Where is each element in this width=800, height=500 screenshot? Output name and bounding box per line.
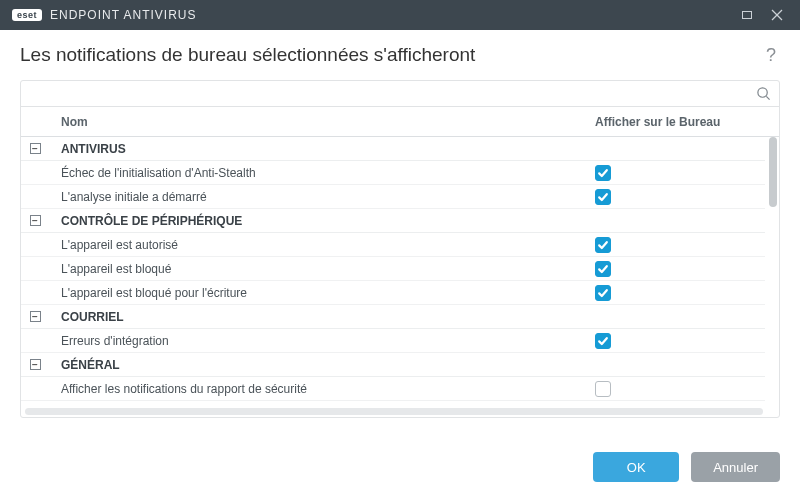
help-button[interactable]: ? bbox=[762, 45, 780, 66]
collapse-toggle[interactable]: − bbox=[21, 359, 49, 370]
footer: OK Annuler bbox=[0, 418, 800, 500]
app-window: eset ENDPOINT ANTIVIRUS Les notification… bbox=[0, 0, 800, 500]
group-header[interactable]: −ANTIVIRUS bbox=[21, 137, 765, 161]
svg-rect-0 bbox=[743, 12, 752, 19]
minus-icon: − bbox=[30, 215, 41, 226]
collapse-toggle[interactable]: − bbox=[21, 311, 49, 322]
column-show[interactable]: Afficher sur le Bureau bbox=[595, 115, 765, 129]
page-title: Les notifications de bureau sélectionnée… bbox=[20, 44, 762, 66]
show-on-desktop-checkbox[interactable] bbox=[595, 285, 611, 301]
brand-badge: eset bbox=[12, 9, 42, 21]
table-row: Afficher les notifications du rapport de… bbox=[21, 377, 765, 401]
item-label: Échec de l'initialisation d'Anti-Stealth bbox=[49, 166, 595, 180]
svg-line-4 bbox=[766, 96, 769, 99]
show-on-desktop-checkbox[interactable] bbox=[595, 261, 611, 277]
item-label: L'analyse initiale a démarré bbox=[49, 190, 595, 204]
item-label: L'appareil est bloqué bbox=[49, 262, 595, 276]
svg-point-3 bbox=[758, 88, 767, 97]
show-on-desktop-checkbox[interactable] bbox=[595, 333, 611, 349]
show-on-desktop-checkbox[interactable] bbox=[595, 189, 611, 205]
column-name[interactable]: Nom bbox=[49, 115, 595, 129]
table-row: L'appareil est bloqué bbox=[21, 257, 765, 281]
collapse-toggle[interactable]: − bbox=[21, 143, 49, 154]
vertical-scrollbar[interactable] bbox=[769, 137, 777, 407]
table-body: −ANTIVIRUSÉchec de l'initialisation d'An… bbox=[21, 137, 779, 417]
column-header: Nom Afficher sur le Bureau bbox=[21, 107, 779, 137]
header: Les notifications de bureau sélectionnée… bbox=[0, 30, 800, 76]
titlebar: eset ENDPOINT ANTIVIRUS bbox=[0, 0, 800, 30]
close-icon bbox=[771, 9, 783, 21]
group-label: COURRIEL bbox=[49, 310, 595, 324]
ok-button[interactable]: OK bbox=[593, 452, 679, 482]
minus-icon: − bbox=[30, 143, 41, 154]
show-on-desktop-checkbox[interactable] bbox=[595, 165, 611, 181]
item-label: L'appareil est autorisé bbox=[49, 238, 595, 252]
show-on-desktop-checkbox[interactable] bbox=[595, 237, 611, 253]
product-title: ENDPOINT ANTIVIRUS bbox=[50, 8, 196, 22]
group-header[interactable]: −GÉNÉRAL bbox=[21, 353, 765, 377]
table-row: Erreurs d'intégration bbox=[21, 329, 765, 353]
table-row: L'appareil est autorisé bbox=[21, 233, 765, 257]
group-label: ANTIVIRUS bbox=[49, 142, 595, 156]
show-on-desktop-checkbox[interactable] bbox=[595, 381, 611, 397]
notifications-panel: Nom Afficher sur le Bureau −ANTIVIRUSÉch… bbox=[20, 80, 780, 418]
search-icon[interactable] bbox=[756, 86, 771, 101]
item-label: Afficher les notifications du rapport de… bbox=[49, 382, 595, 396]
table-row: L'appareil est bloqué pour l'écriture bbox=[21, 281, 765, 305]
table-row: Échec de l'initialisation d'Anti-Stealth bbox=[21, 161, 765, 185]
cancel-button[interactable]: Annuler bbox=[691, 452, 780, 482]
item-label: Erreurs d'intégration bbox=[49, 334, 595, 348]
search-input[interactable] bbox=[29, 82, 756, 106]
item-label: L'appareil est bloqué pour l'écriture bbox=[49, 286, 595, 300]
table-row: L'analyse initiale a démarré bbox=[21, 185, 765, 209]
collapse-toggle[interactable]: − bbox=[21, 215, 49, 226]
minus-icon: − bbox=[30, 359, 41, 370]
minimize-button[interactable] bbox=[732, 0, 762, 30]
group-header[interactable]: −COURRIEL bbox=[21, 305, 765, 329]
close-button[interactable] bbox=[762, 0, 792, 30]
group-label: CONTRÔLE DE PÉRIPHÉRIQUE bbox=[49, 214, 595, 228]
scroll-thumb[interactable] bbox=[769, 137, 777, 207]
group-label: GÉNÉRAL bbox=[49, 358, 595, 372]
horizontal-scrollbar[interactable] bbox=[25, 408, 763, 415]
search-bar bbox=[21, 81, 779, 107]
group-header[interactable]: −CONTRÔLE DE PÉRIPHÉRIQUE bbox=[21, 209, 765, 233]
minus-icon: − bbox=[30, 311, 41, 322]
minimize-icon bbox=[741, 9, 753, 21]
